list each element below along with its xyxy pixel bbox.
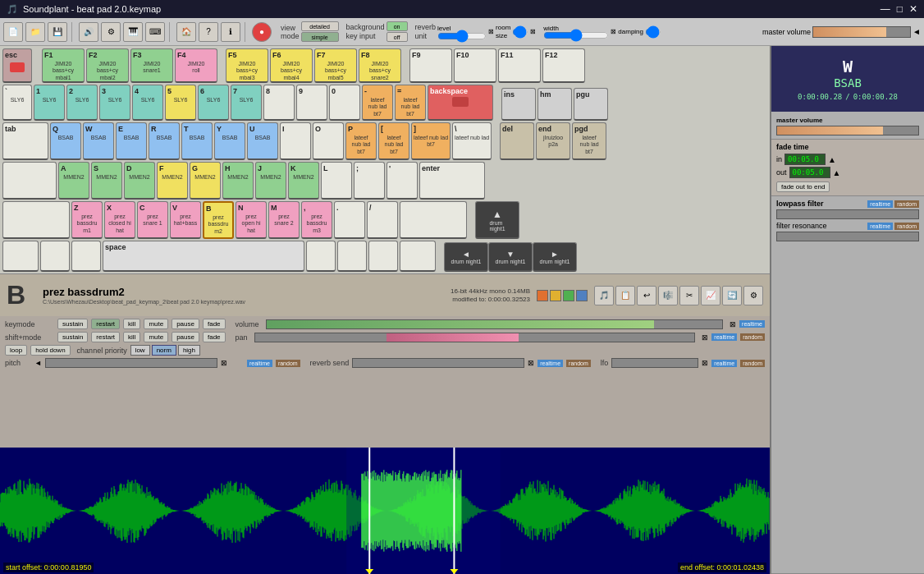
view-detailed-button[interactable]: detailed [301, 21, 339, 31]
key-backspace[interactable]: backspace [428, 85, 493, 121]
key-7[interactable]: 7 SLY6 [231, 85, 262, 121]
key-pgu[interactable]: pgu [574, 88, 608, 121]
color-swatch-4[interactable] [576, 290, 588, 301]
key-end[interactable]: end jIruizloop2a [536, 122, 570, 160]
key-v[interactable]: V prezhat+bass [170, 201, 201, 239]
shiftmode-fade[interactable]: fade [203, 332, 226, 342]
width-slider[interactable] [543, 32, 609, 39]
key-slash[interactable]: / [367, 201, 398, 239]
midi-button[interactable]: 🎹 [123, 22, 143, 42]
key-m[interactable]: M prezsnare 2 [268, 201, 300, 239]
key-1[interactable]: 1 SLY6 [34, 85, 65, 121]
lowpass-res-random[interactable]: random [894, 223, 919, 230]
key-caps[interactable] [2, 162, 57, 200]
key-f5[interactable]: F5 JIMI20bass+cymbal3 [226, 48, 268, 83]
key-5[interactable]: 5 SLY6 [165, 85, 196, 121]
key-w[interactable]: W BSAB [83, 122, 114, 160]
key-alt-right[interactable] [306, 241, 336, 272]
hold-down-button[interactable]: hold down [30, 345, 70, 356]
key-g[interactable]: G MMEN2 [190, 162, 221, 200]
loop-button[interactable]: loop [5, 345, 27, 356]
key-ctrl-left[interactable] [2, 241, 39, 272]
key-q[interactable]: Q BSAB [50, 122, 81, 160]
minimize-button[interactable]: — [881, 3, 890, 15]
key-f7[interactable]: F7 JIMI20bass+cymbal5 [314, 48, 357, 83]
key-backslash[interactable]: \ lateef nub lad [452, 122, 492, 160]
key-s[interactable]: S MMEN2 [91, 162, 122, 200]
key-p[interactable]: P lateefnub ladbt7 [345, 122, 377, 160]
key-f11[interactable]: F11 [498, 48, 541, 83]
key-hm[interactable]: hm [537, 88, 572, 121]
save-button[interactable]: 💾 [48, 22, 67, 42]
shiftmode-mute[interactable]: mute [144, 332, 168, 342]
keymode-pause[interactable]: pause [172, 319, 199, 329]
color-swatch-1[interactable] [537, 290, 548, 301]
lfo-random[interactable]: random [740, 360, 765, 367]
info-button[interactable]: ℹ [221, 22, 240, 42]
lowpass-realtime[interactable]: realtime [867, 200, 893, 208]
key-h[interactable]: H MMEN2 [222, 162, 254, 200]
bg-key-off-button[interactable]: off [387, 32, 408, 42]
close-button[interactable]: ✕ [909, 3, 917, 15]
key-win[interactable] [40, 241, 70, 272]
sound-action-4[interactable]: 🎼 [658, 286, 678, 305]
reverb-room-slider[interactable] [512, 29, 528, 35]
color-swatch-2[interactable] [550, 290, 561, 301]
damping-slider[interactable] [645, 29, 661, 35]
sound-action-7[interactable]: 🔄 [722, 286, 742, 305]
key-k[interactable]: K MMEN2 [288, 162, 319, 200]
key-9[interactable]: 9 [296, 85, 327, 121]
key-4[interactable]: 4 SLY6 [132, 85, 163, 121]
key-rbracket[interactable]: ] lateef nub ladbt7 [411, 122, 451, 160]
sound-action-1[interactable]: 🎵 [594, 286, 614, 305]
key-6[interactable]: 6 SLY6 [198, 85, 229, 121]
key-alt-left[interactable] [71, 241, 101, 272]
key-f2[interactable]: F2 JIMI20bass+cymbal2 [86, 48, 129, 83]
key-pgd[interactable]: pgd lateefnub ladbt7 [572, 122, 606, 160]
key-2[interactable]: 2 SLY6 [66, 85, 98, 121]
reverb-send-realtime[interactable]: realtime [537, 360, 563, 367]
key-f4[interactable]: F4 JIMI20roll [175, 48, 217, 83]
key-esc[interactable]: esc [2, 48, 32, 83]
priority-low[interactable]: low [130, 345, 150, 356]
key-f10[interactable]: F10 [454, 48, 496, 83]
shiftmode-sustain[interactable]: sustain [57, 332, 88, 342]
home-button[interactable]: 🏠 [176, 22, 196, 42]
view-simple-button[interactable]: simple [301, 32, 339, 42]
key-b[interactable]: B prezbassdrum2 [203, 201, 234, 239]
key-t[interactable]: T BSAB [181, 122, 213, 160]
key-shift-right[interactable] [400, 201, 467, 239]
key-menu[interactable] [368, 241, 398, 272]
key-lbracket[interactable]: [ lateefnub ladbt7 [378, 122, 409, 160]
reverb-level-slider[interactable] [437, 33, 487, 39]
key-8[interactable]: 8 [263, 85, 295, 121]
key-r[interactable]: R BSAB [149, 122, 180, 160]
key-z[interactable]: Z prezbassdrum1 [71, 201, 103, 239]
key-i[interactable]: I [280, 122, 311, 160]
key-semicolon[interactable]: ; [354, 162, 385, 200]
keyboard-button[interactable]: ⌨ [145, 22, 165, 42]
key-f6[interactable]: F6 JIMI20bass+cymbal4 [270, 48, 313, 83]
keymode-mute[interactable]: mute [144, 319, 168, 329]
key-c[interactable]: C prezsnare 1 [137, 201, 168, 239]
settings-button[interactable]: ⚙ [101, 22, 121, 42]
fade-out-input[interactable] [789, 167, 830, 178]
sound-action-8[interactable]: ⚙ [743, 286, 763, 305]
pitch-realtime[interactable]: realtime [247, 360, 272, 367]
drum-left-pad[interactable]: ◄ drum night1 [444, 242, 488, 272]
fade-out-up-arrow[interactable]: ▲ [833, 168, 841, 177]
key-n[interactable]: N prezopen hihat [236, 201, 267, 239]
audio-button[interactable]: 🔊 [79, 22, 98, 42]
keymode-restart[interactable]: restart [91, 319, 120, 329]
lowpass-random[interactable]: random [894, 200, 919, 208]
volume-realtime[interactable]: realtime [739, 320, 765, 328]
open-button[interactable]: 📁 [25, 22, 45, 42]
key-a[interactable]: A MMEN2 [58, 162, 89, 200]
key-f[interactable]: F MMEN2 [157, 162, 188, 200]
pan-random[interactable]: random [740, 333, 765, 341]
shiftmode-kill[interactable]: kill [123, 332, 140, 342]
key-equals[interactable]: = lateefnub ladbt7 [395, 85, 426, 121]
key-quote[interactable]: ' [387, 162, 418, 200]
sound-action-6[interactable]: 📈 [701, 286, 720, 305]
waveform-canvas[interactable] [0, 448, 770, 574]
